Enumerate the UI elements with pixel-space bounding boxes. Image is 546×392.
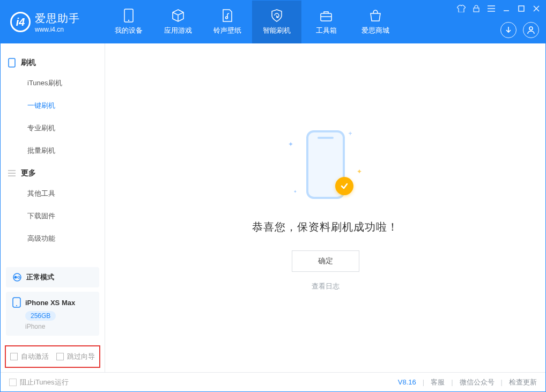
titlebar: i4 爱思助手 www.i4.cn 我的设备 应用游戏 铃声壁纸 智能刷机 bbox=[1, 1, 545, 43]
sparkle-icon: ✦ bbox=[293, 189, 297, 194]
logo-icon: i4 bbox=[10, 12, 31, 32]
window-controls bbox=[456, 4, 541, 13]
view-log-link[interactable]: 查看日志 bbox=[312, 282, 340, 291]
sidebar-item-other-tools[interactable]: 其他工具 bbox=[1, 182, 105, 205]
store-icon bbox=[368, 9, 382, 23]
lock-icon[interactable] bbox=[471, 4, 481, 13]
svg-point-10 bbox=[18, 276, 20, 278]
sidebar-item-batch-flash[interactable]: 批量刷机 bbox=[1, 139, 105, 162]
menu-icon[interactable] bbox=[486, 4, 496, 13]
tab-my-device[interactable]: 我的设备 bbox=[104, 1, 153, 43]
sidebar-section-flash: 刷机 bbox=[1, 51, 105, 72]
check-badge-icon bbox=[335, 177, 353, 195]
separator: | bbox=[451, 378, 453, 386]
checkbox-label: 阻止iTunes运行 bbox=[20, 378, 69, 387]
svg-point-9 bbox=[14, 276, 17, 279]
sidebar-item-advanced[interactable]: 高级功能 bbox=[1, 227, 105, 250]
app-window: i4 爱思助手 www.i4.cn 我的设备 应用游戏 铃声壁纸 智能刷机 bbox=[0, 0, 546, 392]
device-outline-icon bbox=[8, 58, 16, 68]
cube-icon bbox=[171, 9, 185, 23]
toolbox-icon bbox=[319, 9, 333, 23]
version-label: V8.16 bbox=[398, 378, 416, 386]
brand-text: 爱思助手 www.i4.cn bbox=[35, 11, 80, 33]
tab-ringtone-wallpaper[interactable]: 铃声壁纸 bbox=[203, 1, 252, 43]
svg-point-6 bbox=[529, 27, 533, 30]
sidebar-section-more: 更多 bbox=[1, 162, 105, 182]
checkbox-icon bbox=[9, 379, 17, 386]
sidebar-item-oneclick-flash[interactable]: 一键刷机 bbox=[1, 94, 105, 117]
auto-activate-checkbox[interactable]: 自动激活 bbox=[10, 352, 49, 361]
app-name: 爱思助手 bbox=[35, 11, 80, 26]
options-highlight-box: 自动激活 跳过向导 bbox=[5, 345, 100, 368]
sidebar-item-itunes-flash[interactable]: iTunes刷机 bbox=[1, 72, 105, 94]
tab-toolbox[interactable]: 工具箱 bbox=[301, 1, 351, 43]
tshirt-icon[interactable] bbox=[456, 4, 466, 13]
tab-apps-games[interactable]: 应用游戏 bbox=[153, 1, 203, 43]
download-button[interactable] bbox=[500, 22, 517, 38]
storage-badge: 256GB bbox=[25, 311, 56, 321]
block-itunes-checkbox[interactable]: 阻止iTunes运行 bbox=[9, 378, 69, 387]
sidebar-item-download-firmware[interactable]: 下载固件 bbox=[1, 205, 105, 227]
tab-smart-flash[interactable]: 智能刷机 bbox=[252, 1, 301, 43]
user-button[interactable] bbox=[523, 22, 539, 38]
result-message: 恭喜您，保资料刷机成功啦！ bbox=[252, 220, 399, 234]
shield-refresh-icon bbox=[270, 9, 284, 23]
sparkle-icon: ✦ bbox=[288, 140, 293, 148]
device-type: iPhone bbox=[25, 323, 93, 330]
svg-rect-3 bbox=[321, 13, 331, 21]
mode-panel[interactable]: 正常模式 bbox=[6, 267, 99, 287]
close-icon[interactable] bbox=[532, 4, 541, 13]
svg-rect-5 bbox=[519, 6, 524, 11]
body: 刷机 iTunes刷机 一键刷机 专业刷机 批量刷机 更多 其他工具 下载固件 … bbox=[1, 43, 545, 372]
check-update-link[interactable]: 检查更新 bbox=[509, 378, 537, 387]
statusbar-right: V8.16 | 客服 | 微信公众号 | 检查更新 bbox=[398, 378, 537, 387]
svg-rect-4 bbox=[474, 8, 479, 12]
nav-label: 爱思商城 bbox=[361, 26, 389, 35]
wechat-link[interactable]: 微信公众号 bbox=[460, 378, 495, 387]
support-link[interactable]: 客服 bbox=[431, 378, 445, 387]
maximize-icon[interactable] bbox=[517, 4, 526, 13]
branding: i4 爱思助手 www.i4.cn bbox=[10, 1, 104, 43]
list-icon bbox=[8, 170, 16, 176]
separator: | bbox=[501, 378, 503, 386]
device-panels: 正常模式 iPhone XS Max 256GB iPhone bbox=[1, 263, 105, 341]
phone-icon bbox=[122, 9, 136, 23]
checkbox-icon bbox=[56, 353, 64, 360]
nav-label: 我的设备 bbox=[115, 26, 143, 35]
nav-label: 铃声壁纸 bbox=[213, 26, 241, 35]
header-circle-buttons bbox=[500, 22, 539, 38]
device-name: iPhone XS Max bbox=[25, 299, 75, 307]
device-icon bbox=[12, 297, 21, 308]
confirm-button[interactable]: 确定 bbox=[292, 250, 359, 272]
statusbar: 阻止iTunes运行 V8.16 | 客服 | 微信公众号 | 检查更新 bbox=[1, 372, 545, 391]
svg-point-1 bbox=[128, 20, 129, 21]
tab-store[interactable]: 爱思商城 bbox=[351, 1, 400, 43]
mode-icon bbox=[12, 272, 22, 282]
sidebar-item-pro-flash[interactable]: 专业刷机 bbox=[1, 117, 105, 139]
device-panel[interactable]: iPhone XS Max 256GB iPhone bbox=[6, 292, 99, 336]
nav-label: 应用游戏 bbox=[164, 26, 192, 35]
section-label: 刷机 bbox=[21, 58, 36, 68]
success-illustration: ✦ + ✦ ✦ bbox=[283, 124, 368, 205]
music-file-icon bbox=[220, 9, 234, 23]
separator: | bbox=[423, 378, 424, 386]
sparkle-icon: + bbox=[348, 130, 352, 137]
minimize-icon[interactable] bbox=[501, 4, 511, 13]
skip-guide-checkbox[interactable]: 跳过向导 bbox=[56, 352, 95, 361]
checkbox-icon bbox=[10, 353, 18, 360]
checkbox-label: 自动激活 bbox=[21, 352, 49, 361]
nav-label: 工具箱 bbox=[316, 26, 337, 35]
svg-point-12 bbox=[16, 305, 17, 306]
checkbox-label: 跳过向导 bbox=[67, 352, 95, 361]
section-label: 更多 bbox=[21, 168, 36, 178]
sparkle-icon: ✦ bbox=[357, 168, 362, 175]
main-content: ✦ + ✦ ✦ 恭喜您，保资料刷机成功啦！ 确定 查看日志 bbox=[105, 43, 545, 372]
sidebar: 刷机 iTunes刷机 一键刷机 专业刷机 批量刷机 更多 其他工具 下载固件 … bbox=[1, 43, 105, 372]
nav-label: 智能刷机 bbox=[263, 26, 291, 35]
svg-rect-7 bbox=[9, 58, 15, 67]
nav-tabs: 我的设备 应用游戏 铃声壁纸 智能刷机 工具箱 爱思商城 bbox=[104, 1, 400, 43]
svg-point-2 bbox=[226, 17, 228, 19]
sidebar-scroll: 刷机 iTunes刷机 一键刷机 专业刷机 批量刷机 更多 其他工具 下载固件 … bbox=[1, 43, 105, 263]
app-url: www.i4.cn bbox=[35, 26, 80, 33]
mode-label: 正常模式 bbox=[26, 272, 54, 282]
